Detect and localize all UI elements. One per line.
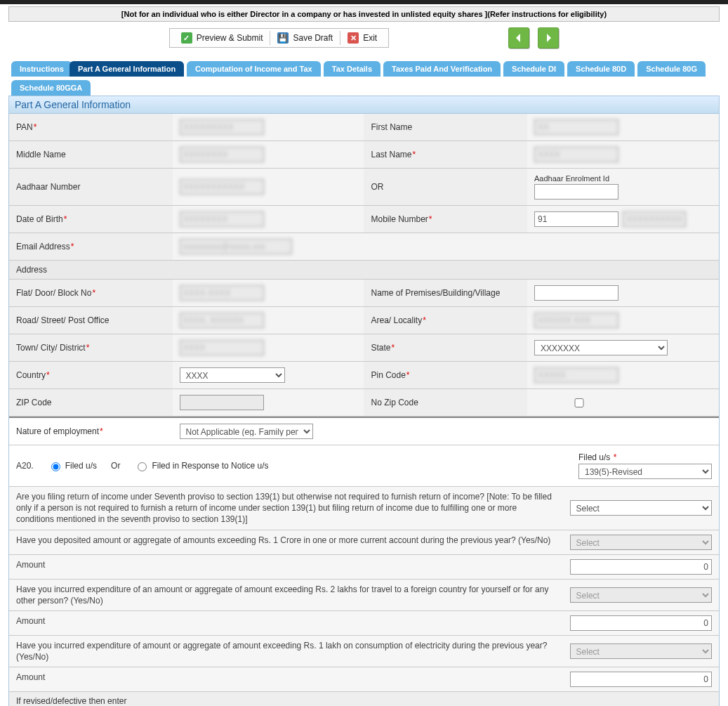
form-container: PAN * First Name Middle Name Last Name* … (8, 114, 720, 706)
q1-text: Are you filing return of income under Se… (9, 487, 563, 530)
save-label: Save Draft (293, 33, 333, 43)
a20-or: Or (111, 461, 120, 471)
q2-amount-label: Amount (9, 555, 563, 579)
filed-us-radio-group[interactable]: Filed u/s (48, 460, 97, 471)
tab-schedule-80d[interactable]: Schedule 80D (567, 61, 635, 77)
mobile-input[interactable] (623, 211, 686, 227)
a20-num: A20. (16, 461, 34, 471)
pan-input[interactable] (180, 119, 264, 135)
flat-label: Flat/ Door/ Block No* (9, 280, 173, 306)
close-icon: ✕ (348, 32, 359, 44)
tab-tax-details[interactable]: Tax Details (324, 61, 380, 77)
pin-input[interactable] (534, 367, 618, 383)
q2-amount-input[interactable] (570, 559, 712, 575)
q3-select[interactable]: Select (570, 587, 712, 603)
window-top-bar (0, 0, 728, 4)
zip-input[interactable] (180, 395, 264, 410)
tab-instructions[interactable]: Instructions (11, 61, 72, 77)
pin-label: Pin Code* (364, 362, 527, 388)
dob-input[interactable] (180, 211, 264, 227)
q3-amount-input[interactable] (570, 615, 712, 631)
nature-select[interactable]: Not Applicable (eg. Family pension etc.) (180, 424, 313, 439)
check-icon: ✓ (181, 32, 192, 44)
country-select[interactable]: XXXX (180, 367, 285, 383)
nature-label: Nature of employment* (9, 418, 173, 445)
first-name-label: First Name (364, 114, 527, 140)
save-draft-button[interactable]: 💾 Save Draft (270, 31, 340, 45)
aadhaar-enrol-input[interactable] (534, 184, 618, 200)
nav-arrows (508, 27, 559, 48)
address-header: Address (9, 261, 719, 279)
area-label: Area/ Locality* (364, 307, 527, 334)
exit-label: Exit (363, 33, 377, 43)
aadhaar-enrol-label: Aadhaar Enrolment Id (534, 174, 712, 183)
tab-schedule-80gga[interactable]: Schedule 80GGA (11, 80, 91, 96)
state-label: State* (364, 334, 527, 361)
town-input[interactable] (180, 340, 264, 355)
aadhaar-input[interactable] (180, 179, 264, 195)
pan-label: PAN * (9, 114, 173, 140)
town-label: Town/ City/ District* (9, 334, 173, 361)
road-label: Road/ Street/ Post Office (9, 307, 173, 334)
filed-notice-radio-group[interactable]: Filed in Response to Notice u/s (134, 460, 268, 471)
top-toolbar: ✓ Preview & Submit 💾 Save Draft ✕ Exit (8, 27, 720, 48)
revised-header: If revised/defective then enter (9, 692, 719, 706)
first-name-input[interactable] (534, 119, 618, 135)
filed-us-radio[interactable] (51, 462, 60, 471)
dob-label: Date of Birth* (9, 206, 173, 233)
q4-amount-label: Amount (9, 667, 563, 691)
mobile-cc-input[interactable] (534, 211, 618, 227)
q4-text: Have you incurred expenditure of amount … (9, 636, 563, 667)
tab-general-info[interactable]: Part A General Information (70, 61, 184, 77)
save-icon: 💾 (277, 32, 289, 44)
tab-computation[interactable]: Computation of Income and Tax (187, 61, 321, 77)
premises-input[interactable] (534, 285, 618, 301)
preview-submit-button[interactable]: ✓ Preview & Submit (174, 31, 271, 45)
email-input[interactable] (180, 239, 292, 254)
last-name-label: Last Name* (364, 141, 527, 168)
middle-name-label: Middle Name (9, 141, 173, 168)
filed-us-select[interactable]: 139(5)-Revised (578, 464, 712, 479)
eligibility-banner: [Not for an individual who is either Dir… (8, 6, 720, 22)
toolbar-button-group: ✓ Preview & Submit 💾 Save Draft ✕ Exit (169, 28, 389, 48)
aadhaar-label: Aadhaar Number (9, 169, 173, 205)
q4-amount-input[interactable] (570, 672, 712, 687)
road-input[interactable] (180, 313, 264, 328)
section-title: Part A General Information (8, 96, 720, 114)
filed-us-select-label: Filed u/s * (578, 452, 616, 462)
q3-amount-label: Amount (9, 611, 563, 635)
q3-text: Have you incurred expenditure of an amou… (9, 580, 563, 610)
next-arrow-button[interactable] (538, 27, 559, 48)
flat-input[interactable] (180, 285, 264, 301)
tab-schedule-di[interactable]: Schedule DI (503, 61, 564, 77)
area-input[interactable] (534, 313, 618, 328)
state-select[interactable]: XXXXXXX (534, 340, 668, 355)
tab-taxes-paid[interactable]: Taxes Paid And Verification (383, 61, 501, 77)
premises-label: Name of Premises/Building/Village (364, 280, 527, 306)
zip-label: ZIP Code (9, 389, 173, 416)
preview-label: Preview & Submit (197, 33, 263, 43)
tab-schedule-80g[interactable]: Schedule 80G (637, 61, 706, 77)
q2-select[interactable]: Select (570, 535, 712, 550)
q1-select[interactable]: Select (570, 500, 712, 516)
tab-bar: Instructions Part A General Information … (8, 61, 720, 96)
filed-notice-radio[interactable] (138, 462, 147, 471)
mobile-label: Mobile Number* (364, 206, 527, 233)
q2-text: Have you deposited amount or aggregate o… (9, 530, 563, 554)
middle-name-input[interactable] (180, 147, 264, 162)
a20-row: A20. Filed u/s Or Filed in Response to N… (9, 445, 719, 487)
q4-select[interactable]: Select (570, 643, 712, 659)
exit-button[interactable]: ✕ Exit (340, 31, 384, 45)
prev-arrow-button[interactable] (508, 27, 529, 48)
email-label: Email Address* (9, 233, 173, 260)
or-label: OR (364, 169, 527, 205)
country-label: Country* (9, 362, 173, 388)
nozip-checkbox[interactable] (537, 398, 621, 407)
last-name-input[interactable] (534, 147, 618, 162)
nozip-label: No Zip Code (364, 389, 527, 416)
